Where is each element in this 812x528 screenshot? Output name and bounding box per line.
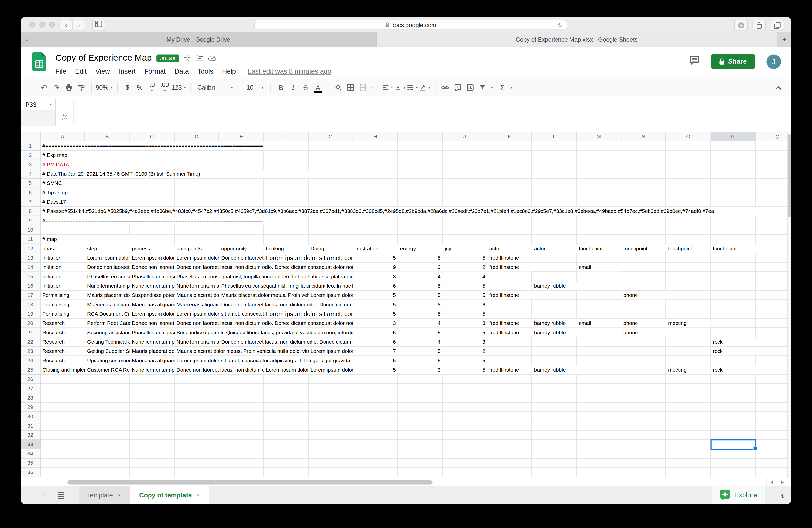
cell-K20[interactable]: fred flinstone — [488, 319, 532, 328]
filter-views-dropdown[interactable]: ▼ — [490, 86, 494, 89]
cell-A8[interactable]: # Palette:#5514b4,#521db6,#5025b9,#4d2eb… — [41, 207, 787, 216]
cloud-saved-icon[interactable] — [208, 55, 217, 61]
format-percent-button[interactable]: % — [134, 81, 145, 94]
row-header-18[interactable]: 18 — [20, 300, 40, 310]
menu-insert[interactable]: Insert — [119, 67, 136, 75]
sheets-logo-icon[interactable] — [32, 52, 46, 73]
column-header-G[interactable]: G — [308, 132, 353, 141]
cell-K25[interactable]: fred flinstone — [488, 366, 532, 374]
cell-A9[interactable]: #=======================================… — [41, 217, 264, 225]
merge-dropdown[interactable]: ▼ — [371, 86, 374, 89]
cell-C12[interactable]: process — [130, 245, 175, 253]
cell-A1[interactable]: #=======================================… — [41, 142, 264, 150]
cell-D18[interactable]: Maecenas aliquam lacus — [175, 301, 219, 309]
row-header-5[interactable]: 5 — [20, 179, 40, 188]
print-button[interactable] — [63, 81, 74, 94]
reload-icon[interactable]: ↻ — [558, 21, 563, 28]
cell-H20[interactable]: 3 — [354, 319, 398, 328]
cell-D19[interactable]: Lorem ipsum dolor sit amet, consectetur … — [175, 310, 264, 318]
cell-B17[interactable]: Mauris placerat dolor metus — [86, 291, 130, 300]
cell-I18[interactable]: 8 — [398, 301, 443, 309]
row-header-12[interactable]: 12 — [20, 244, 40, 254]
cell-I17[interactable]: 5 — [398, 291, 443, 300]
cell-E12[interactable]: opportunity — [220, 245, 264, 253]
add-sheet-button[interactable]: + — [36, 486, 52, 504]
cell-L20[interactable]: barney rubble — [533, 319, 577, 328]
text-wrap-button[interactable]: ▼ — [407, 81, 418, 94]
row-header-36[interactable]: 36 — [20, 468, 40, 477]
menu-file[interactable]: File — [56, 67, 66, 75]
cell-G17[interactable]: Lorem ipsum dolor sit amet — [309, 291, 353, 300]
cell-I16[interactable]: 5 — [398, 282, 443, 290]
format-currency-button[interactable]: $ — [122, 81, 133, 94]
cell-P25[interactable]: rock — [711, 366, 756, 374]
cell-K17[interactable]: fred flinstone — [488, 291, 532, 300]
cell-I14[interactable]: 3 — [398, 263, 443, 272]
row-header-21[interactable]: 21 — [20, 328, 40, 337]
cell-H13[interactable]: 5 — [354, 254, 398, 262]
row-header-11[interactable]: 11 — [20, 235, 40, 244]
cell-C14[interactable]: Donec non laoreet lacus — [130, 263, 175, 272]
share-button[interactable]: Share — [711, 54, 755, 69]
column-header-F[interactable]: F — [264, 132, 308, 141]
functions-dropdown[interactable]: ▼ — [510, 86, 513, 89]
scroll-left-button[interactable]: ◀ — [766, 478, 777, 486]
cell-B12[interactable]: step — [86, 245, 130, 253]
cell-H14[interactable]: 9 — [354, 263, 398, 272]
insert-comment-button[interactable] — [452, 81, 463, 94]
row-header-3[interactable]: 3 — [20, 160, 40, 169]
scroll-right-button[interactable]: ▶ — [777, 478, 787, 486]
cell-O20[interactable]: meeting — [667, 319, 711, 328]
cell-M20[interactable]: email — [577, 319, 621, 328]
strikethrough-button[interactable]: S — [300, 81, 311, 94]
cell-J15[interactable]: 4 — [443, 273, 487, 281]
share-page-button[interactable] — [752, 20, 766, 31]
column-header-N[interactable]: N — [621, 132, 666, 141]
vertical-scrollbar-thumb[interactable] — [788, 134, 791, 217]
column-header-J[interactable]: J — [443, 132, 487, 141]
cell-N21[interactable]: phone — [622, 329, 666, 337]
cell-A3[interactable]: # PM DATA — [41, 161, 175, 169]
row-header-15[interactable]: 15 — [20, 272, 40, 282]
menu-format[interactable]: Format — [144, 67, 166, 75]
cell-H12[interactable]: frustration — [354, 245, 398, 253]
cell-F13[interactable]: Lorem ipsum dolor sit amet, consectetur — [264, 254, 353, 262]
cell-A22[interactable]: Research — [41, 338, 85, 346]
row-header-16[interactable]: 16 — [20, 282, 40, 291]
cell-C15[interactable]: Phasellus eu consequat nisl — [130, 273, 175, 281]
sheet-tab-menu-icon[interactable]: ▼ — [118, 494, 121, 497]
cell-B14[interactable]: Donec non laoreet lacus — [86, 263, 130, 272]
all-sheets-button[interactable] — [52, 486, 70, 504]
explore-button[interactable]: Explore — [712, 486, 765, 504]
zoom-window-button[interactable] — [49, 22, 55, 28]
cell-E13[interactable]: Donec non laoreet lacus — [220, 254, 264, 262]
horizontal-scrollbar-thumb[interactable] — [67, 480, 432, 485]
cell-D25[interactable]: Donec non laoreet lacus, non dictum odio — [175, 366, 264, 374]
cell-C23[interactable]: Mauris placerat dolor metus — [130, 347, 175, 355]
row-header-29[interactable]: 29 — [20, 402, 40, 412]
formula-input[interactable] — [77, 99, 791, 126]
minimize-window-button[interactable] — [39, 22, 45, 28]
cell-I25[interactable]: 3 — [398, 366, 443, 374]
undo-button[interactable]: ↶ — [38, 81, 49, 94]
cell-A13[interactable]: initiation — [41, 254, 85, 262]
cell-A11[interactable]: # map — [41, 235, 130, 244]
italic-button[interactable]: I — [287, 81, 299, 94]
cell-A21[interactable]: Research — [41, 329, 85, 337]
cell-P23[interactable]: rock — [711, 347, 756, 355]
vertical-align-button[interactable]: ▼ — [394, 81, 406, 94]
row-header-1[interactable]: 1 — [20, 141, 40, 151]
sheet-tab-copy-of-template[interactable]: Copy of template▼ — [130, 486, 209, 504]
cell-E17[interactable]: Mauris placerat dolor metus. Proin vehic… — [220, 291, 308, 300]
cell-D15[interactable]: Phasellus eu consequat nisl, fringilla t… — [175, 273, 353, 281]
cell-A14[interactable]: initiation — [41, 263, 85, 272]
cell-A15[interactable]: initiation — [41, 273, 85, 281]
star-icon[interactable]: ☆ — [184, 53, 191, 63]
menu-view[interactable]: View — [96, 67, 110, 75]
fill-handle[interactable] — [753, 447, 757, 451]
cell-B18[interactable]: Maecenas aliquam lacus — [86, 301, 130, 309]
cell-D17[interactable]: Mauris placerat dolor metus — [175, 291, 219, 300]
cell-L12[interactable]: actor — [533, 245, 577, 253]
row-header-28[interactable]: 28 — [20, 393, 40, 402]
cell-I21[interactable]: 5 — [398, 329, 443, 337]
